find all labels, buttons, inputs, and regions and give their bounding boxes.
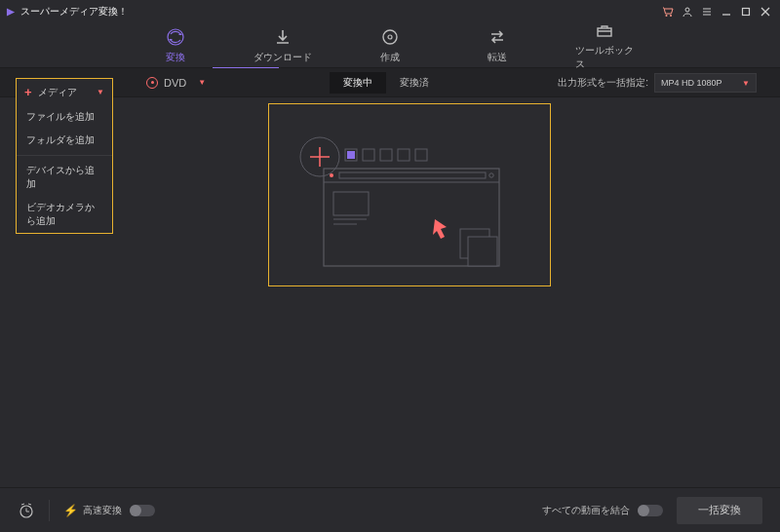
app-title: スーパーメディア変換！ [20, 5, 128, 19]
menu-item-add-device[interactable]: デバイスから追加 [17, 159, 112, 196]
nav-label: 変換 [166, 51, 185, 64]
convert-icon [165, 26, 186, 48]
drop-files-zone[interactable] [268, 103, 551, 286]
chevron-down-icon: ▼ [97, 88, 104, 96]
svg-marker-13 [169, 39, 173, 41]
svg-rect-24 [398, 149, 410, 161]
schedule-icon[interactable] [18, 502, 35, 519]
add-media-label: メディア [38, 86, 77, 99]
close-icon[interactable] [757, 3, 774, 20]
nav-label: 作成 [380, 51, 400, 64]
app-logo-icon [6, 7, 16, 17]
menu-separator [17, 155, 112, 156]
toolbox-icon [594, 19, 615, 41]
footer-bar: ⚡ 高速変換 すべての動画を結合 一括変換 [0, 487, 780, 532]
dvd-label: DVD [164, 77, 186, 89]
minimize-icon[interactable] [718, 3, 735, 20]
download-icon [272, 26, 293, 48]
svg-point-30 [489, 173, 493, 177]
output-format-row: 出力形式を一括指定: MP4 HD 1080P ▼ [558, 69, 757, 96]
svg-point-14 [383, 30, 397, 44]
output-format-value: MP4 HD 1080P [661, 78, 722, 88]
fast-convert-toggle[interactable] [130, 505, 155, 516]
divider [49, 500, 50, 521]
chevron-down-icon: ▼ [198, 78, 206, 87]
svg-marker-34 [433, 219, 447, 239]
merge-all-toggle[interactable] [638, 505, 663, 516]
svg-line-40 [21, 504, 24, 505]
svg-point-2 [670, 15, 672, 17]
merge-all-label: すべての動画を結合 [542, 504, 630, 517]
dvd-button[interactable]: DVD ▼ [136, 68, 215, 97]
svg-rect-21 [347, 151, 355, 159]
output-format-select[interactable]: MP4 HD 1080P ▼ [654, 73, 757, 93]
user-icon[interactable] [679, 3, 696, 20]
svg-rect-29 [339, 172, 486, 178]
add-media-menu: + メディア ▼ ファイルを追加 フォルダを追加 デバイスから追加 ビデオカメラ… [16, 78, 113, 234]
batch-convert-label: 一括変換 [698, 503, 741, 517]
nav-download[interactable]: ダウンロード [254, 26, 312, 64]
plus-icon: + [24, 85, 32, 99]
svg-point-1 [666, 15, 668, 17]
fast-convert-label: 高速変換 [83, 504, 122, 517]
maximize-icon[interactable] [737, 3, 755, 20]
nav-label: ダウンロード [254, 51, 312, 64]
dvd-icon [146, 77, 158, 89]
svg-marker-12 [178, 33, 182, 35]
nav-label: 転送 [488, 51, 507, 64]
svg-rect-8 [743, 9, 750, 16]
nav-toolbox[interactable]: ツールボックス [575, 19, 634, 71]
top-nav: 変換 ダウンロード 作成 転送 ツールボックス [0, 23, 780, 68]
svg-rect-16 [598, 28, 611, 36]
menu-item-add-folder[interactable]: フォルダを追加 [17, 129, 112, 152]
svg-line-41 [28, 504, 31, 505]
nav-convert[interactable]: 変換 [146, 26, 205, 64]
title-bar: スーパーメディア変換！ [0, 0, 780, 23]
svg-point-3 [685, 8, 689, 12]
menu-item-add-camera[interactable]: ビデオカメラから追加 [17, 196, 112, 233]
bolt-icon: ⚡ [63, 504, 78, 517]
add-media-button[interactable]: + メディア ▼ [17, 79, 112, 105]
batch-convert-button[interactable]: 一括変換 [677, 497, 762, 524]
svg-point-15 [388, 35, 392, 39]
tab-converting[interactable]: 変換中 [330, 72, 386, 94]
nav-label: ツールボックス [575, 44, 634, 71]
svg-rect-36 [468, 237, 497, 266]
disc-icon [379, 26, 401, 48]
svg-point-28 [330, 173, 333, 177]
transfer-icon [487, 26, 508, 48]
output-format-label: 出力形式を一括指定: [558, 76, 648, 90]
nav-underline [213, 67, 279, 68]
menu-icon[interactable] [698, 3, 716, 20]
tab-converted[interactable]: 変換済 [386, 72, 443, 94]
svg-rect-25 [415, 149, 427, 161]
cart-icon[interactable] [659, 3, 677, 20]
menu-item-add-file[interactable]: ファイルを追加 [17, 105, 112, 129]
svg-rect-23 [380, 149, 392, 161]
svg-rect-31 [333, 192, 369, 215]
nav-transfer[interactable]: 転送 [468, 26, 526, 64]
nav-create[interactable]: 作成 [361, 26, 419, 64]
svg-marker-0 [7, 8, 15, 16]
chevron-down-icon: ▼ [742, 79, 750, 88]
drop-illustration-icon [269, 104, 552, 287]
svg-rect-22 [363, 149, 374, 161]
convert-status-tabs: 変換中 変換済 [330, 69, 443, 96]
